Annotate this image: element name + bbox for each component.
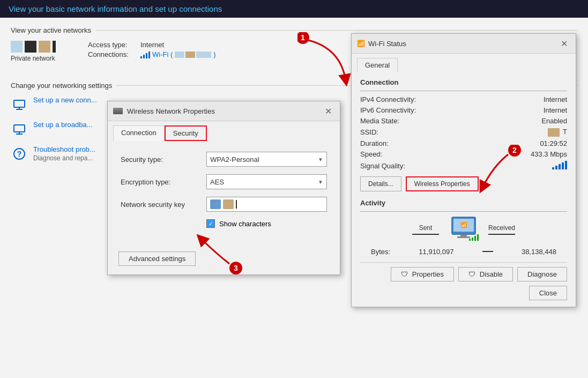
troubleshoot-icon: ? bbox=[11, 145, 28, 162]
ipv6-value: Internet bbox=[544, 106, 567, 114]
tab-connection-label: Connection bbox=[121, 129, 157, 137]
broadband-setup-icon bbox=[12, 122, 27, 137]
act-bar2 bbox=[472, 238, 473, 241]
disable-shield-icon: 🛡 bbox=[468, 270, 475, 278]
network-key-input[interactable] bbox=[206, 197, 327, 212]
page-header: View your basic network information and … bbox=[0, 0, 588, 18]
wifi-link-text[interactable]: Wi-Fi ( bbox=[152, 50, 173, 58]
wifi-tabs: General bbox=[352, 54, 576, 72]
bytes-label: Bytes: bbox=[371, 248, 390, 256]
active-networks-label: View your active networks bbox=[11, 26, 91, 34]
ssid-label: SSID: bbox=[360, 128, 378, 136]
bar4 bbox=[148, 51, 150, 58]
wifi-name-b2 bbox=[185, 51, 195, 58]
color-block-blue bbox=[11, 41, 23, 53]
sent-line bbox=[412, 234, 439, 235]
dialog-titlebar: Wireless Network Properties ✕ bbox=[108, 101, 340, 121]
security-type-value: WPA2-Personal bbox=[210, 155, 259, 164]
broadband-text: Set up a broadba... bbox=[33, 121, 93, 129]
activity-divider bbox=[360, 211, 567, 212]
wireless-network-properties-dialog: Wireless Network Properties ✕ Connection… bbox=[107, 101, 340, 275]
dialog-close-button[interactable]: ✕ bbox=[322, 105, 334, 117]
properties-button[interactable]: 🛡 Properties bbox=[391, 267, 454, 281]
connection-section-title: Connection bbox=[360, 78, 567, 87]
change-settings-label: Change your networking settings bbox=[11, 81, 112, 90]
troubleshoot-desc: Diagnose and repa... bbox=[33, 154, 95, 162]
access-info: Access type: Internet Connections: Wi-Fi… bbox=[88, 41, 216, 60]
setup-connection-icon bbox=[11, 96, 28, 113]
computer-icon-container: 📶 bbox=[448, 216, 480, 243]
duration-value: 01:29:52 bbox=[540, 139, 567, 147]
security-type-arrow: ▼ bbox=[318, 157, 323, 162]
tab-security[interactable]: Security bbox=[165, 125, 207, 141]
pwd-cursor bbox=[236, 200, 237, 209]
properties-label: Properties bbox=[412, 270, 444, 278]
encryption-type-row: Encryption type: AES ▼ bbox=[121, 174, 327, 189]
dialog-tabs: Connection Security bbox=[108, 121, 340, 141]
media-state-value: Enabled bbox=[541, 117, 567, 125]
wifi-paren-close: ) bbox=[213, 50, 215, 58]
connection-divider bbox=[360, 91, 567, 91]
received-label: Received bbox=[488, 224, 515, 232]
svg-rect-11 bbox=[457, 236, 470, 238]
encryption-type-label: Encryption type: bbox=[121, 178, 206, 186]
bar1 bbox=[140, 56, 142, 58]
network-computer-icon: 📶 bbox=[448, 216, 480, 243]
connections-row: Connections: Wi-Fi ( bbox=[88, 50, 216, 58]
bytes-row: Bytes: 11,910,097 38,138,448 bbox=[360, 248, 567, 256]
activity-section-title: Activity bbox=[360, 199, 567, 208]
bar2 bbox=[143, 55, 145, 58]
wireless-properties-button[interactable]: Wireless Properties bbox=[406, 176, 479, 191]
received-side: Received bbox=[488, 224, 515, 235]
broadband-link[interactable]: Set up a broadba... bbox=[33, 121, 93, 129]
color-block-tan bbox=[39, 41, 50, 53]
diagnose-button[interactable]: Diagnose bbox=[517, 267, 567, 281]
show-characters-label[interactable]: Show characters bbox=[219, 220, 271, 228]
setup-connection-text: Set up a new conn... bbox=[33, 96, 97, 104]
dialog-title-text: Wireless Network Properties bbox=[127, 107, 215, 115]
sent-side: Sent bbox=[412, 224, 439, 235]
bytes-received-value: 38,138,448 bbox=[522, 248, 556, 256]
setup-connection-link[interactable]: Set up a new conn... bbox=[33, 96, 97, 104]
wifi-name-b1 bbox=[175, 51, 184, 58]
pwd-block-2 bbox=[223, 199, 234, 209]
connections-value[interactable]: Wi-Fi ( ) bbox=[140, 50, 216, 58]
bar3 bbox=[146, 53, 147, 58]
page-title: View your basic network information and … bbox=[9, 4, 222, 13]
wifi-signal-bars bbox=[140, 51, 150, 58]
svg-rect-0 bbox=[14, 100, 25, 107]
svg-text:?: ? bbox=[17, 150, 22, 158]
encryption-type-value: AES bbox=[210, 178, 224, 186]
disable-label: Disable bbox=[480, 270, 503, 278]
advanced-settings-button[interactable]: Advanced settings bbox=[118, 251, 196, 266]
tab-security-label: Security bbox=[173, 129, 198, 137]
sq-bar5 bbox=[565, 161, 567, 169]
media-state-row: Media State: Enabled bbox=[360, 117, 567, 125]
wifi-body: Connection IPv4 Connectivity: Internet I… bbox=[352, 72, 576, 307]
ipv4-row: IPv4 Connectivity: Internet bbox=[360, 95, 567, 103]
wifi-status-dialog: 📶 Wi-Fi Status ✕ General Connection IPv4… bbox=[351, 33, 576, 307]
details-button[interactable]: Details... bbox=[360, 176, 401, 191]
wifi-close-button[interactable]: ✕ bbox=[557, 37, 570, 50]
show-characters-row: ✓ Show characters bbox=[121, 219, 327, 228]
security-type-select[interactable]: WPA2-Personal ▼ bbox=[206, 152, 327, 167]
dialog-body: Security type: WPA2-Personal ▼ Encryptio… bbox=[108, 141, 340, 246]
color-block-dark bbox=[25, 41, 36, 53]
dialog-title-icon bbox=[113, 108, 123, 114]
show-characters-checkbox[interactable]: ✓ bbox=[206, 219, 215, 228]
security-type-label: Security type: bbox=[121, 155, 206, 164]
encryption-type-select[interactable]: AES ▼ bbox=[206, 174, 327, 189]
troubleshoot-link[interactable]: Troubleshoot prob... bbox=[33, 145, 95, 153]
ipv4-value: Internet bbox=[544, 95, 567, 103]
svg-rect-10 bbox=[460, 234, 467, 236]
disable-button[interactable]: 🛡 Disable bbox=[458, 267, 513, 281]
close-button[interactable]: Close bbox=[529, 286, 567, 300]
troubleshoot-text: Troubleshoot prob... Diagnose and repa..… bbox=[33, 145, 95, 162]
wifi-titlebar: 📶 Wi-Fi Status ✕ bbox=[352, 34, 576, 54]
activity-display: Sent 📶 bbox=[360, 216, 567, 243]
wifi-dialog-title: Wi-Fi Status bbox=[368, 40, 406, 48]
tab-connection[interactable]: Connection bbox=[113, 125, 165, 141]
wifi-tab-general[interactable]: General bbox=[357, 58, 398, 72]
sq-bar3 bbox=[559, 164, 561, 169]
access-type-row: Access type: Internet bbox=[88, 41, 216, 49]
